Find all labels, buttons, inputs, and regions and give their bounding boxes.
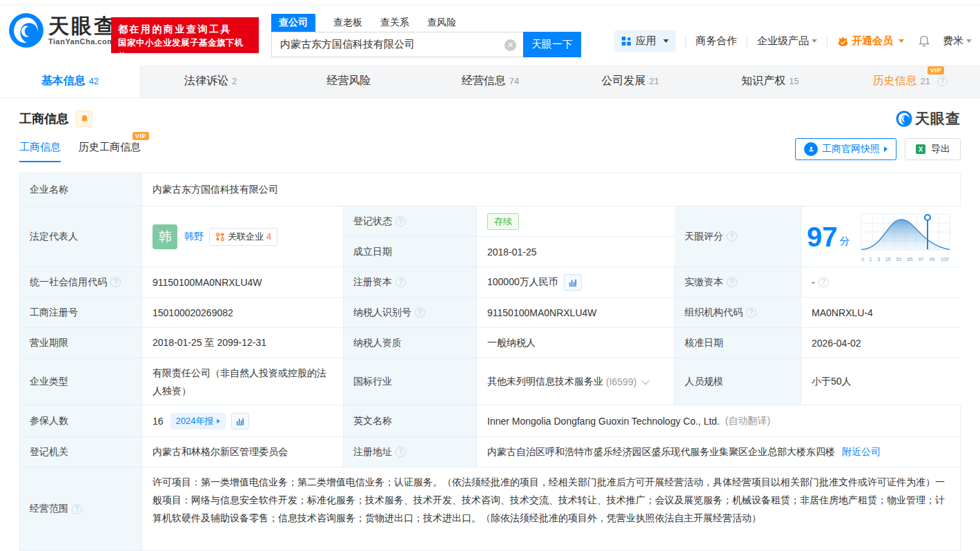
help-icon[interactable]: ? (415, 307, 425, 318)
logo-domain: TianYanCha.com (48, 37, 117, 46)
help-icon[interactable]: ? (110, 277, 121, 287)
paidcap-value-cell: - ? (801, 267, 961, 297)
capital-chart-icon[interactable] (564, 274, 582, 291)
term-value: 2018-01-25 至 2099-12-31 (142, 328, 344, 358)
site-header: 天眼查 TianYanCha.com 都在用的商业查询工具 国家中小企业发展子基… (0, 6, 980, 65)
nav-open-vip[interactable]: 开通会员 (837, 35, 904, 48)
scope-value: 许可项目：第一类增值电信业务；第二类增值电信业务；认证服务。（依法须经批准的项目… (142, 467, 960, 532)
regno-label: 工商注册号 (20, 298, 142, 327)
tab-legal-proceedings[interactable]: 法律诉讼 2 (141, 65, 281, 97)
help-icon[interactable]: ? (395, 277, 406, 287)
insured-chart-icon[interactable] (231, 413, 249, 429)
chevron-down-icon[interactable] (642, 376, 649, 384)
clear-input-icon[interactable]: ✕ (504, 39, 516, 51)
help-icon[interactable]: ? (395, 447, 406, 457)
help-icon[interactable]: ? (727, 231, 737, 242)
tab-label: 经营信息 (462, 74, 506, 88)
score-block: 天眼评分 ? 97 分 (675, 206, 961, 267)
help-icon[interactable]: ? (746, 307, 756, 318)
tab-operating-risk[interactable]: 经营风险 (280, 65, 420, 97)
subtab-history-business-info[interactable]: VIP 历史工商信息 (79, 141, 141, 162)
search-tab-risk[interactable]: 查风险 (427, 17, 456, 32)
help-icon[interactable]: ? (819, 277, 829, 287)
orgcode-value: MA0NRXLU-4 (801, 298, 961, 327)
taxq-value: 一般纳税人 (477, 328, 675, 358)
nav-cooperation[interactable]: 商务合作 (696, 35, 737, 48)
nav-enterprise-products[interactable]: 企业级产品 (757, 35, 817, 48)
help-icon[interactable]: ? (72, 504, 82, 514)
uscc-value: 91150100MA0NRXLU4W (142, 267, 344, 297)
address-label-cell: 注册地址 ? (344, 437, 477, 467)
tab-label: 经营风险 (326, 74, 371, 88)
industry-value-cell: 其他未列明信息技术服务业 (I6599) (477, 358, 675, 405)
business-info-table: 企业名称 内蒙古东方国信科技有限公司 法定代表人 韩 韩野 关联企业 4 (19, 173, 961, 551)
legal-rep-cell: 韩 韩野 关联企业 4 (142, 206, 344, 267)
crown-icon (837, 36, 849, 47)
tab-basic-info[interactable]: 基本信息 42 (0, 65, 141, 97)
tab-business-info[interactable]: 经营信息 74 (420, 65, 560, 97)
table-row: 登记机关 内蒙古和林格尔新区管理委员会 注册地址 ? 内蒙古自治区呼和浩特市盛乐… (20, 437, 960, 467)
tab-label: 基本信息 (41, 74, 86, 88)
ent-name-value: 内蒙古东方国信科技有限公司 (142, 173, 960, 206)
help-icon[interactable]: ? (727, 277, 737, 287)
related-companies-badge[interactable]: 关联企业 4 (209, 228, 277, 246)
annual-report-tag[interactable]: 2024年报 (170, 413, 226, 429)
taxid-value: 91150100MA0NRXLU4W (477, 298, 675, 327)
subtab-business-info[interactable]: 工商信息 (19, 141, 61, 162)
apps-menu[interactable]: 应用 (614, 30, 676, 52)
tianyancha-logo[interactable]: 天眼查 TianYanCha.com (8, 12, 117, 48)
search-tab-company[interactable]: 查公司 (271, 14, 315, 32)
tab-company-development[interactable]: 公司发展 21 (560, 65, 700, 97)
ent-name-label: 企业名称 (20, 173, 142, 206)
chevron-down-icon (966, 39, 972, 43)
address-value: 内蒙古自治区呼和浩特市盛乐经济园区盛乐现代服务业集聚区企业总部大楼东四楼 (487, 446, 835, 458)
search-tab-boss[interactable]: 查老板 (333, 17, 362, 32)
type-value: 有限责任公司（非自然人投资或控股的法人独资） (142, 358, 344, 405)
scope-label-cell: 经营范围 ? (20, 467, 142, 550)
snapshot-label: 工商官网快照 (822, 143, 880, 155)
help-icon[interactable]: ? (937, 76, 948, 86)
search-input[interactable] (271, 32, 523, 57)
tab-history-info[interactable]: VIP 历史信息 21 ? (840, 65, 980, 97)
search-tab-relation[interactable]: 查关系 (380, 17, 409, 32)
subscribe-bell-icon[interactable] (76, 110, 92, 127)
paidcap-cell: 实缴资本 ? (675, 267, 801, 297)
score-value: 97 (807, 223, 838, 251)
export-button[interactable]: 导出 (905, 138, 961, 160)
reg-status-cell: 登记状态 ? (344, 206, 477, 236)
nearby-companies-link[interactable]: 附近公司 (842, 446, 881, 458)
username-label: 费米 (943, 35, 963, 48)
industry-code: (I6599) (606, 376, 636, 387)
orgcode-cell: 组织机构代码 ? (675, 298, 801, 327)
help-icon[interactable]: ? (395, 216, 406, 226)
legal-rep-link[interactable]: 韩野 (184, 231, 204, 243)
status-badge: 存续 (487, 213, 519, 230)
subtab-label: 历史工商信息 (79, 141, 141, 153)
banner-line1: 都在用的商业查询工具 (118, 22, 252, 36)
banner-line2: 国家中小企业发展子基金旗下机构 (118, 36, 252, 64)
avatar[interactable]: 韩 (153, 224, 177, 249)
score-chart-ticks: 0131550859799100 (861, 256, 950, 262)
tab-intellectual-property[interactable]: 知识产权 15 (700, 65, 841, 97)
table-row: 营业期限 2018-01-25 至 2099-12-31 纳税人资质 一般纳税人… (20, 328, 960, 358)
watermark-label: 天眼查 (915, 109, 961, 128)
regno-value: 150100020269082 (142, 298, 344, 327)
approve-label: 核准日期 (675, 328, 801, 358)
industry-label: 国标行业 (344, 358, 477, 405)
insured-value-cell: 16 2024年报 (142, 405, 344, 436)
paidcap-value: - (812, 277, 815, 288)
tab-label: 公司发展 (602, 74, 646, 88)
tab-label: 法律诉讼 (184, 74, 228, 88)
score-label: 天眼评分 (685, 231, 723, 243)
search-button[interactable]: 天眼一下 (523, 32, 581, 57)
nav-user-menu[interactable]: 费米 (943, 35, 972, 48)
reg-status-label: 登记状态 (353, 215, 392, 228)
status-date-block: 登记状态 ? 存续 成立日期 2018-01-25 (344, 206, 675, 267)
arrow-right-icon (217, 418, 219, 423)
tianyancha-swirl-icon (896, 110, 912, 127)
notification-bell-icon[interactable] (918, 35, 930, 48)
chevron-down-icon (812, 39, 817, 43)
vip-badge: VIP (928, 66, 944, 75)
taxid-label: 纳税人识别号 (353, 307, 411, 319)
official-snapshot-button[interactable]: 工商官网快照 (795, 138, 896, 160)
